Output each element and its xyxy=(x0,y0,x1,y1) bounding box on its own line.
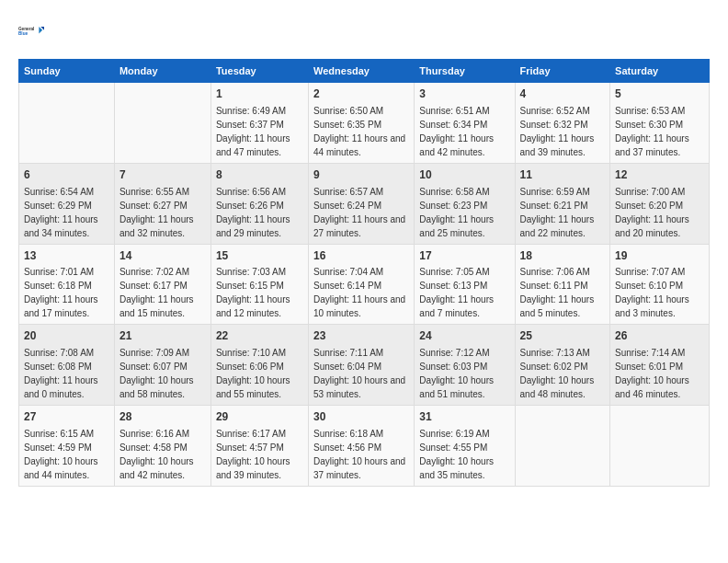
calendar-cell: 27Sunrise: 6:15 AM Sunset: 4:59 PM Dayli… xyxy=(19,406,115,487)
day-info: Sunrise: 7:04 AM Sunset: 6:14 PM Dayligh… xyxy=(313,267,405,318)
day-info: Sunrise: 6:55 AM Sunset: 6:27 PM Dayligh… xyxy=(119,187,194,238)
calendar-week-row: 6Sunrise: 6:54 AM Sunset: 6:29 PM Daylig… xyxy=(19,163,710,244)
day-number: 11 xyxy=(520,167,606,183)
weekday-header: Sunday xyxy=(19,60,115,83)
calendar-cell: 16Sunrise: 7:04 AM Sunset: 6:14 PM Dayli… xyxy=(309,244,415,325)
day-number: 16 xyxy=(313,248,409,264)
day-number: 4 xyxy=(520,86,606,102)
day-number: 29 xyxy=(216,409,303,425)
day-number: 30 xyxy=(313,409,409,425)
day-number: 2 xyxy=(313,86,409,102)
day-info: Sunrise: 6:15 AM Sunset: 4:59 PM Dayligh… xyxy=(24,429,98,480)
calendar-cell: 12Sunrise: 7:00 AM Sunset: 6:20 PM Dayli… xyxy=(610,163,710,244)
day-number: 19 xyxy=(615,248,704,264)
day-info: Sunrise: 6:49 AM Sunset: 6:37 PM Dayligh… xyxy=(216,106,290,157)
calendar-cell: 18Sunrise: 7:06 AM Sunset: 6:11 PM Dayli… xyxy=(515,244,610,325)
calendar-cell: 24Sunrise: 7:12 AM Sunset: 6:03 PM Dayli… xyxy=(415,325,515,406)
calendar-cell: 26Sunrise: 7:14 AM Sunset: 6:01 PM Dayli… xyxy=(610,325,710,406)
day-number: 5 xyxy=(615,86,704,102)
day-number: 21 xyxy=(119,328,206,344)
calendar-cell: 4Sunrise: 6:52 AM Sunset: 6:32 PM Daylig… xyxy=(515,83,610,164)
day-number: 31 xyxy=(419,409,509,425)
day-number: 13 xyxy=(24,248,109,264)
day-info: Sunrise: 7:01 AM Sunset: 6:18 PM Dayligh… xyxy=(24,267,98,318)
calendar-cell xyxy=(610,406,710,487)
day-info: Sunrise: 6:19 AM Sunset: 4:55 PM Dayligh… xyxy=(419,429,494,480)
calendar-week-row: 27Sunrise: 6:15 AM Sunset: 4:59 PM Dayli… xyxy=(19,406,710,487)
day-number: 18 xyxy=(520,248,606,264)
calendar-cell: 14Sunrise: 7:02 AM Sunset: 6:17 PM Dayli… xyxy=(114,244,210,325)
day-info: Sunrise: 6:17 AM Sunset: 4:57 PM Dayligh… xyxy=(216,429,290,480)
calendar-cell: 13Sunrise: 7:01 AM Sunset: 6:18 PM Dayli… xyxy=(19,244,115,325)
calendar-cell xyxy=(19,83,115,164)
day-info: Sunrise: 6:52 AM Sunset: 6:32 PM Dayligh… xyxy=(520,106,595,157)
day-info: Sunrise: 7:06 AM Sunset: 6:11 PM Dayligh… xyxy=(520,267,595,318)
calendar-cell: 22Sunrise: 7:10 AM Sunset: 6:06 PM Dayli… xyxy=(210,325,308,406)
calendar-cell: 8Sunrise: 6:56 AM Sunset: 6:26 PM Daylig… xyxy=(210,163,308,244)
calendar-cell: 31Sunrise: 6:19 AM Sunset: 4:55 PM Dayli… xyxy=(415,406,515,487)
day-info: Sunrise: 7:03 AM Sunset: 6:15 PM Dayligh… xyxy=(216,267,290,318)
weekday-header: Monday xyxy=(114,60,210,83)
calendar-cell: 28Sunrise: 6:16 AM Sunset: 4:58 PM Dayli… xyxy=(114,406,210,487)
calendar-cell: 2Sunrise: 6:50 AM Sunset: 6:35 PM Daylig… xyxy=(309,83,415,164)
day-info: Sunrise: 7:09 AM Sunset: 6:07 PM Dayligh… xyxy=(119,348,194,399)
day-info: Sunrise: 7:05 AM Sunset: 6:13 PM Dayligh… xyxy=(419,267,494,318)
day-info: Sunrise: 7:08 AM Sunset: 6:08 PM Dayligh… xyxy=(24,348,98,399)
calendar-cell: 21Sunrise: 7:09 AM Sunset: 6:07 PM Dayli… xyxy=(114,325,210,406)
weekday-header-row: SundayMondayTuesdayWednesdayThursdayFrid… xyxy=(19,60,710,83)
calendar-week-row: 1Sunrise: 6:49 AM Sunset: 6:37 PM Daylig… xyxy=(19,83,710,164)
svg-text:General: General xyxy=(18,27,34,31)
day-number: 14 xyxy=(119,248,206,264)
day-number: 23 xyxy=(313,328,409,344)
logo-icon: GeneralBlue xyxy=(18,18,44,44)
calendar-cell: 3Sunrise: 6:51 AM Sunset: 6:34 PM Daylig… xyxy=(415,83,515,164)
day-info: Sunrise: 7:10 AM Sunset: 6:06 PM Dayligh… xyxy=(216,348,290,399)
day-number: 3 xyxy=(419,86,509,102)
day-number: 17 xyxy=(419,248,509,264)
calendar-cell: 9Sunrise: 6:57 AM Sunset: 6:24 PM Daylig… xyxy=(309,163,415,244)
calendar-cell: 6Sunrise: 6:54 AM Sunset: 6:29 PM Daylig… xyxy=(19,163,115,244)
day-number: 24 xyxy=(419,328,509,344)
day-number: 22 xyxy=(216,328,303,344)
day-number: 6 xyxy=(24,167,109,183)
weekday-header: Wednesday xyxy=(309,60,415,83)
calendar-cell: 25Sunrise: 7:13 AM Sunset: 6:02 PM Dayli… xyxy=(515,325,610,406)
day-info: Sunrise: 6:59 AM Sunset: 6:21 PM Dayligh… xyxy=(520,187,595,238)
day-info: Sunrise: 7:00 AM Sunset: 6:20 PM Dayligh… xyxy=(615,187,689,238)
day-number: 26 xyxy=(615,328,704,344)
calendar-cell: 20Sunrise: 7:08 AM Sunset: 6:08 PM Dayli… xyxy=(19,325,115,406)
day-info: Sunrise: 6:57 AM Sunset: 6:24 PM Dayligh… xyxy=(313,187,405,238)
weekday-header: Friday xyxy=(515,60,610,83)
calendar-cell: 17Sunrise: 7:05 AM Sunset: 6:13 PM Dayli… xyxy=(415,244,515,325)
calendar-cell: 7Sunrise: 6:55 AM Sunset: 6:27 PM Daylig… xyxy=(114,163,210,244)
calendar-table: SundayMondayTuesdayWednesdayThursdayFrid… xyxy=(18,59,710,487)
weekday-header: Thursday xyxy=(415,60,515,83)
day-info: Sunrise: 7:14 AM Sunset: 6:01 PM Dayligh… xyxy=(615,348,689,399)
calendar-week-row: 13Sunrise: 7:01 AM Sunset: 6:18 PM Dayli… xyxy=(19,244,710,325)
logo: GeneralBlue xyxy=(18,18,44,44)
day-info: Sunrise: 6:53 AM Sunset: 6:30 PM Dayligh… xyxy=(615,106,689,157)
day-number: 1 xyxy=(216,86,303,102)
day-info: Sunrise: 6:16 AM Sunset: 4:58 PM Dayligh… xyxy=(119,429,194,480)
day-number: 27 xyxy=(24,409,109,425)
calendar-cell: 15Sunrise: 7:03 AM Sunset: 6:15 PM Dayli… xyxy=(210,244,308,325)
day-info: Sunrise: 7:02 AM Sunset: 6:17 PM Dayligh… xyxy=(119,267,194,318)
day-number: 20 xyxy=(24,328,109,344)
calendar-cell xyxy=(114,83,210,164)
calendar-cell: 23Sunrise: 7:11 AM Sunset: 6:04 PM Dayli… xyxy=(309,325,415,406)
day-info: Sunrise: 6:51 AM Sunset: 6:34 PM Dayligh… xyxy=(419,106,494,157)
calendar-cell: 29Sunrise: 6:17 AM Sunset: 4:57 PM Dayli… xyxy=(210,406,308,487)
page-header: GeneralBlue xyxy=(18,18,710,44)
day-number: 25 xyxy=(520,328,606,344)
day-info: Sunrise: 7:07 AM Sunset: 6:10 PM Dayligh… xyxy=(615,267,689,318)
day-number: 8 xyxy=(216,167,303,183)
day-info: Sunrise: 6:50 AM Sunset: 6:35 PM Dayligh… xyxy=(313,106,405,157)
calendar-cell: 1Sunrise: 6:49 AM Sunset: 6:37 PM Daylig… xyxy=(210,83,308,164)
weekday-header: Saturday xyxy=(610,60,710,83)
weekday-header: Tuesday xyxy=(210,60,308,83)
day-info: Sunrise: 6:58 AM Sunset: 6:23 PM Dayligh… xyxy=(419,187,494,238)
day-number: 28 xyxy=(119,409,206,425)
calendar-week-row: 20Sunrise: 7:08 AM Sunset: 6:08 PM Dayli… xyxy=(19,325,710,406)
day-info: Sunrise: 6:18 AM Sunset: 4:56 PM Dayligh… xyxy=(313,429,405,480)
day-number: 15 xyxy=(216,248,303,264)
